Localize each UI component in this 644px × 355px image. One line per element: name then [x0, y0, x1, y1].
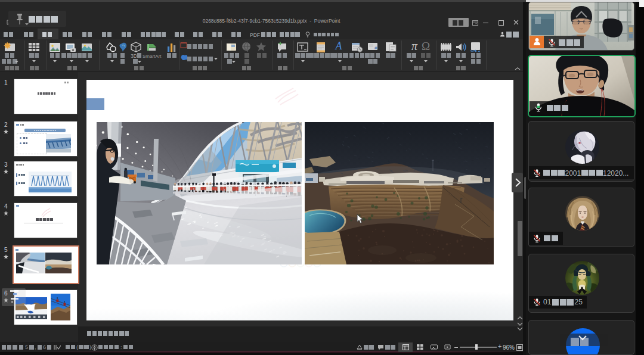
svg-text:#: # [374, 45, 377, 51]
svg-text:A: A [335, 40, 343, 52]
svg-text:π: π [411, 39, 418, 52]
svg-text:Ω: Ω [422, 40, 430, 52]
